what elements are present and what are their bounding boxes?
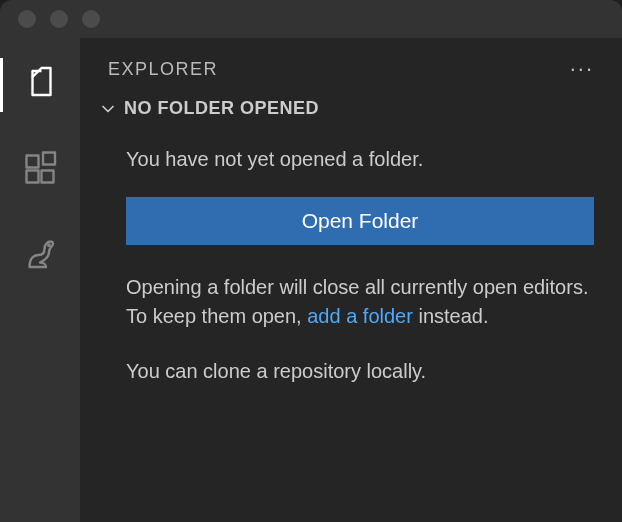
activity-bar — [0, 38, 80, 522]
sidebar-title: EXPLORER — [108, 59, 218, 80]
close-window-button[interactable] — [18, 10, 36, 28]
extensions-icon — [22, 151, 58, 191]
squirrel-activity[interactable] — [0, 230, 80, 284]
closing-editors-message: Opening a folder will close all currentl… — [126, 273, 594, 331]
sidebar: EXPLORER ··· NO FOLDER OPENED You have n… — [80, 38, 622, 522]
explorer-activity[interactable] — [0, 58, 80, 112]
svg-rect-0 — [27, 156, 39, 168]
minimize-window-button[interactable] — [50, 10, 68, 28]
closing-msg-post: instead. — [413, 305, 489, 327]
svg-rect-1 — [27, 171, 39, 183]
section-title: NO FOLDER OPENED — [124, 98, 319, 119]
squirrel-icon — [22, 237, 58, 277]
titlebar — [0, 0, 622, 38]
editor-window: EXPLORER ··· NO FOLDER OPENED You have n… — [0, 0, 622, 522]
chevron-down-icon — [98, 99, 118, 119]
explorer-content: You have not yet opened a folder. Open F… — [80, 131, 622, 386]
more-actions-button[interactable]: ··· — [566, 56, 598, 82]
section-header[interactable]: NO FOLDER OPENED — [80, 96, 622, 131]
svg-rect-3 — [43, 153, 55, 165]
files-icon — [22, 65, 58, 105]
clone-repo-message: You can clone a repository locally. — [126, 357, 594, 386]
add-folder-link[interactable]: add a folder — [307, 305, 413, 327]
extensions-activity[interactable] — [0, 144, 80, 198]
svg-point-4 — [48, 245, 50, 247]
maximize-window-button[interactable] — [82, 10, 100, 28]
sidebar-header: EXPLORER ··· — [80, 56, 622, 96]
main-area: EXPLORER ··· NO FOLDER OPENED You have n… — [0, 38, 622, 522]
open-folder-button[interactable]: Open Folder — [126, 197, 594, 245]
svg-rect-2 — [42, 171, 54, 183]
no-folder-message: You have not yet opened a folder. — [126, 145, 594, 173]
